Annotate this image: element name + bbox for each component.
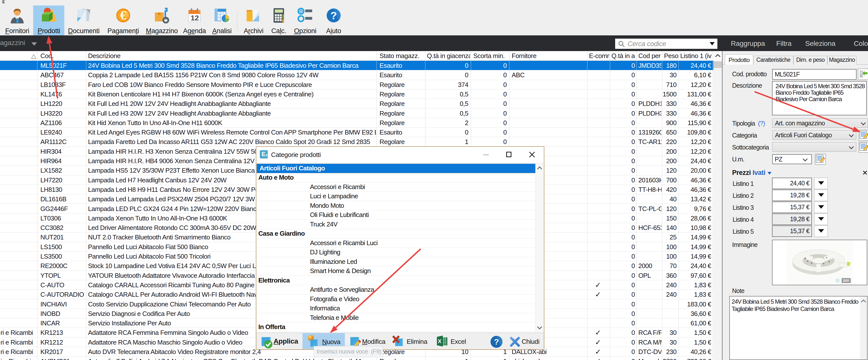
svg-text:€: €: [120, 8, 126, 22]
svg-text:?: ?: [331, 10, 337, 22]
svg-text:24V: 24V: [843, 279, 849, 283]
svg-text:X: X: [438, 338, 442, 344]
svg-text:?: ?: [494, 337, 499, 346]
svg-text:12: 12: [190, 14, 199, 22]
